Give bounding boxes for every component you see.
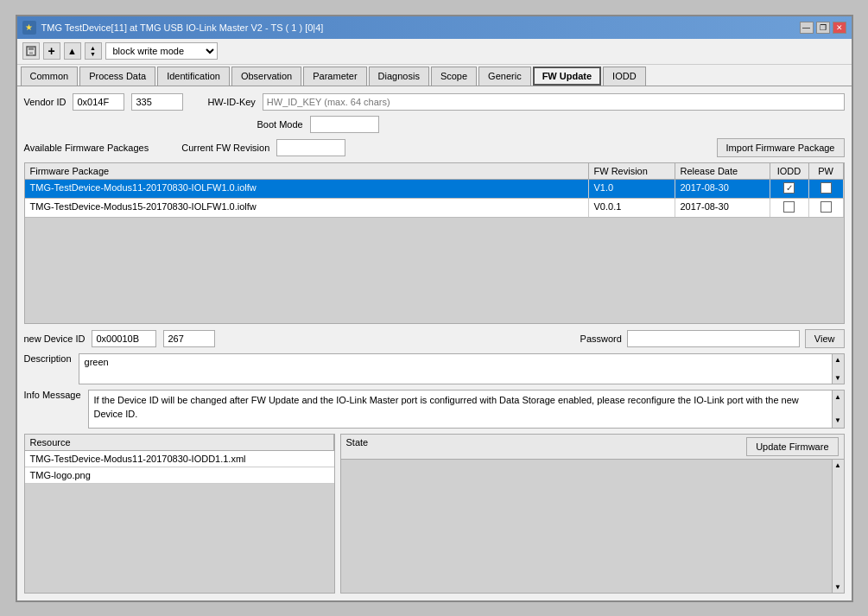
tab-process-data[interactable]: Process Data	[79, 67, 155, 86]
pw-check-cell	[809, 180, 844, 198]
tab-observation[interactable]: Observation	[231, 67, 301, 86]
col-iodd: IODD	[770, 163, 809, 179]
add-button[interactable]: +	[43, 42, 60, 60]
iodd-checkbox[interactable]: ✓	[783, 182, 795, 194]
password-input[interactable]	[627, 330, 800, 347]
description-box: green ▲ ▼	[79, 353, 845, 384]
col-release-date: Release Date	[675, 163, 770, 179]
vendor-id-dec-input[interactable]	[131, 93, 183, 111]
description-value: green	[85, 357, 109, 367]
fw-update-content: Vendor ID HW-ID-Key Boot Mode Available …	[17, 86, 852, 600]
app-icon: ★	[22, 21, 36, 35]
state-header: State Update Firmware	[341, 435, 844, 460]
pw-checkbox[interactable]	[820, 201, 832, 213]
state-scroll-down-icon[interactable]: ▼	[833, 581, 844, 593]
available-fw-label: Available Firmware Packages	[24, 143, 149, 153]
col-resource: Resource	[25, 435, 334, 450]
toolbar: + ▲ ▲▼ block write mode stream write mod…	[17, 39, 852, 65]
description-label: Description	[24, 353, 72, 364]
view-button[interactable]: View	[805, 329, 845, 348]
import-firmware-button[interactable]: Import Firmware Package	[717, 138, 845, 157]
bottom-section: Resource TMG-TestDevice-Modus11-20170830…	[24, 434, 845, 594]
password-row: Password View	[222, 329, 844, 348]
new-device-id-dec-input[interactable]	[163, 330, 215, 347]
update-firmware-button[interactable]: Update Firmware	[746, 437, 838, 456]
hw-id-key-label: HW-ID-Key	[207, 97, 255, 107]
info-scroll-up-icon[interactable]: ▲	[833, 391, 844, 404]
pw-check-cell	[809, 199, 844, 217]
restore-button[interactable]: ❐	[816, 22, 830, 34]
col-fw-revision: FW Revision	[589, 163, 675, 179]
info-message-box: If the Device ID will be changed after F…	[88, 390, 845, 429]
description-row: Description green ▲ ▼	[24, 353, 845, 384]
fw-rev-cell: V1.0	[589, 180, 675, 198]
col-pw: PW	[809, 163, 844, 179]
state-scroll-up-icon[interactable]: ▲	[833, 460, 844, 471]
main-window: ★ TMG TestDevice[11] at TMG USB IO-Link …	[16, 15, 853, 602]
fw-rev-cell: V0.0.1	[589, 199, 675, 217]
vendor-id-label: Vendor ID	[24, 97, 67, 107]
table-row[interactable]: TMG-TestDevice-Modus15-20170830-IOLFW1.0…	[25, 199, 844, 218]
resource-row[interactable]: TMG-logo.png	[25, 467, 334, 484]
resource-table: Resource TMG-TestDevice-Modus11-20170830…	[24, 434, 335, 594]
tab-diagnosis[interactable]: Diagnosis	[369, 67, 429, 86]
new-device-id-label: new Device ID	[24, 333, 86, 344]
iodd-check-cell	[770, 199, 809, 217]
state-panel: State Update Firmware ▲ ▼	[340, 434, 845, 594]
new-device-id-row: new Device ID Password View	[24, 329, 845, 348]
tab-generic[interactable]: Generic	[478, 67, 531, 86]
title-bar: ★ TMG TestDevice[11] at TMG USB IO-Link …	[17, 16, 852, 39]
down-button[interactable]: ▲▼	[85, 42, 102, 60]
current-fw-input[interactable]	[276, 139, 345, 156]
boot-mode-label: Boot Mode	[257, 119, 303, 130]
firmware-name-cell: TMG-TestDevice-Modus15-20170830-IOLFW1.0…	[25, 199, 589, 217]
save-button[interactable]	[22, 42, 40, 60]
close-button[interactable]: ✕	[833, 22, 846, 34]
info-scrollbar[interactable]: ▲ ▼	[832, 391, 844, 428]
resource-name-cell: TMG-logo.png	[25, 467, 334, 483]
iodd-check-cell: ✓	[770, 180, 809, 198]
vendor-hw-row: Vendor ID HW-ID-Key	[24, 93, 845, 111]
release-date-cell: 2017-08-30	[675, 199, 770, 217]
svg-rect-1	[29, 47, 34, 50]
firmware-name-cell: TMG-TestDevice-Modus11-20170830-IOLFW1.0…	[25, 180, 589, 198]
description-scrollbar[interactable]: ▲ ▼	[832, 354, 844, 384]
release-date-cell: 2017-08-30	[675, 180, 770, 198]
table-row[interactable]: TMG-TestDevice-Modus11-20170830-IOLFW1.0…	[25, 180, 844, 199]
vendor-id-hex-input[interactable]	[73, 93, 124, 111]
info-scroll-down-icon[interactable]: ▼	[833, 414, 844, 428]
new-device-id-hex-input[interactable]	[92, 330, 156, 347]
tab-iodd[interactable]: IODD	[603, 67, 646, 86]
pw-checkbox[interactable]	[820, 182, 832, 194]
col-firmware-package: Firmware Package	[25, 163, 589, 179]
password-label: Password	[580, 333, 622, 344]
up-button[interactable]: ▲	[64, 42, 81, 60]
boot-mode-input[interactable]	[310, 116, 379, 133]
info-message-row: Info Message If the Device ID will be ch…	[24, 390, 845, 429]
tabs-bar: Common Process Data Identification Obser…	[17, 65, 852, 86]
current-fw-label: Current FW Revision	[181, 143, 269, 153]
resource-header: Resource	[25, 435, 334, 451]
mode-select[interactable]: block write mode stream write mode	[105, 42, 218, 60]
tab-scope[interactable]: Scope	[431, 67, 477, 86]
fw-packages-row: Available Firmware Packages Current FW R…	[24, 138, 845, 157]
tab-parameter[interactable]: Parameter	[303, 67, 366, 86]
tab-fw-update[interactable]: FW Update	[533, 67, 601, 86]
svg-rect-2	[29, 52, 33, 55]
tab-identification[interactable]: Identification	[157, 67, 230, 86]
boot-mode-row: Boot Mode	[24, 116, 845, 133]
table-header: Firmware Package FW Revision Release Dat…	[25, 163, 844, 180]
resource-name-cell: TMG-TestDevice-Modus11-20170830-IODD1.1.…	[25, 451, 334, 467]
hw-id-key-input[interactable]	[263, 93, 845, 111]
state-scrollbar[interactable]: ▲ ▼	[832, 460, 844, 593]
state-content: ▲ ▼	[341, 460, 844, 593]
info-message-label: Info Message	[24, 390, 81, 400]
scroll-down-icon[interactable]: ▼	[833, 372, 844, 384]
scroll-up-icon[interactable]: ▲	[833, 354, 844, 365]
minimize-button[interactable]: —	[800, 22, 814, 34]
resource-row[interactable]: TMG-TestDevice-Modus11-20170830-IODD1.1.…	[25, 451, 334, 467]
window-title: TMG TestDevice[11] at TMG USB IO-Link Ma…	[41, 22, 324, 33]
info-message-value: If the Device ID will be changed after F…	[94, 393, 839, 422]
tab-common[interactable]: Common	[21, 67, 79, 86]
iodd-checkbox[interactable]	[783, 201, 795, 213]
